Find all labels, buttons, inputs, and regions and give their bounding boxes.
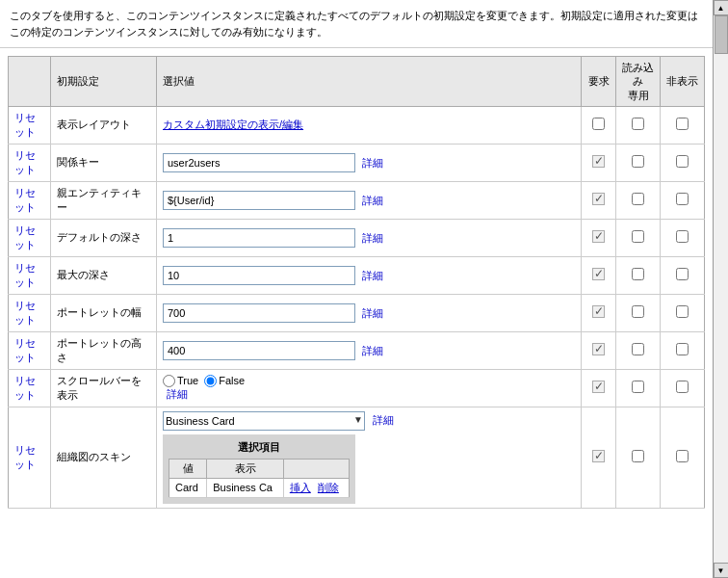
setting-cell: デフォルトの深さ (51, 219, 157, 256)
reset-link[interactable]: リセット (14, 262, 36, 288)
setting-label: 最大の深さ (57, 269, 110, 280)
reset-link[interactable]: リセット (14, 375, 36, 401)
reset-cell: リセット (9, 331, 51, 369)
readonly-checkbox[interactable] (632, 155, 644, 168)
setting-cell: ポートレットの幅 (51, 294, 157, 331)
readonly-checkbox[interactable] (632, 268, 644, 280)
setting-label: 表示レイアウト (57, 118, 131, 130)
value-input[interactable] (163, 303, 355, 323)
choices-title: 選択項目 (169, 440, 350, 455)
radio-true-label[interactable]: True (163, 375, 198, 387)
readonly-checkbox[interactable] (632, 305, 644, 318)
radio-true-text: True (177, 375, 198, 386)
readonly-checkbox[interactable] (632, 343, 644, 355)
readonly-cell (616, 369, 661, 407)
setting-label: ポートレットの幅 (57, 306, 142, 318)
th-hidden: 非表示 (661, 57, 705, 107)
readonly-checkbox[interactable] (632, 450, 644, 462)
detail-link[interactable]: 詳細 (362, 232, 383, 244)
hidden-cell (661, 256, 705, 294)
radio-true[interactable] (163, 375, 175, 387)
setting-cell: スクロールバーを表示 (51, 369, 157, 407)
hidden-checkbox[interactable] (676, 268, 689, 280)
dropdown-container: Business Card ▼ (163, 411, 365, 431)
readonly-cell (616, 144, 661, 181)
reset-link[interactable]: リセット (14, 149, 36, 175)
hidden-checkbox[interactable] (676, 155, 689, 168)
value-input[interactable] (163, 153, 355, 172)
reset-link[interactable]: リセット (14, 187, 36, 213)
hidden-checkbox[interactable] (676, 230, 689, 243)
detail-link[interactable]: 詳細 (362, 270, 383, 281)
scrollbar-right: ▲ ▼ (713, 0, 728, 578)
table-row: リセット ポートレットの幅 詳細 (9, 294, 705, 331)
setting-cell: 表示レイアウト (51, 106, 157, 144)
table-row: リセット 関係キー 詳細 (9, 144, 705, 181)
insert-link[interactable]: 挿入 (290, 482, 311, 493)
radio-false-label[interactable]: False (204, 375, 245, 387)
readonly-cell (616, 294, 661, 331)
choices-th-display: 表示 (207, 459, 284, 478)
main-content: このタブを使用すると、このコンテンツインスタンスに定義されたすべてのデフォルトの… (0, 0, 713, 578)
value-cell: 詳細 (157, 219, 582, 256)
readonly-checkbox[interactable] (632, 381, 644, 393)
detail-link[interactable]: 詳細 (362, 307, 383, 319)
readonly-checkbox[interactable] (632, 118, 644, 130)
detail-link[interactable]: 詳細 (362, 195, 383, 206)
detail-link[interactable]: 詳細 (362, 345, 383, 356)
required-checkbox[interactable] (592, 118, 605, 130)
value-cell: 詳細 (157, 294, 582, 331)
setting-cell: 親エンティティキー (51, 181, 157, 219)
detail-link[interactable]: 詳細 (362, 157, 383, 169)
required-readonly-check (592, 268, 605, 280)
required-cell (582, 181, 616, 219)
detail-link[interactable]: 詳細 (167, 388, 188, 400)
readonly-checkbox[interactable] (632, 230, 644, 243)
required-cell (582, 219, 616, 256)
reset-link[interactable]: リセット (14, 112, 36, 138)
reset-link[interactable]: リセット (14, 337, 36, 363)
value-input[interactable] (163, 228, 355, 248)
setting-label: 関係キー (57, 156, 99, 168)
choices-th-value: 値 (169, 459, 207, 478)
table-row: リセット スクロールバーを表示 True (9, 369, 705, 407)
readonly-checkbox[interactable] (632, 193, 644, 205)
value-input[interactable] (163, 266, 355, 285)
reset-link[interactable]: リセット (14, 444, 36, 470)
delete-link[interactable]: 削除 (318, 482, 339, 493)
skin-select[interactable]: Business Card (163, 411, 365, 431)
hidden-checkbox[interactable] (676, 343, 689, 355)
setting-label: デフォルトの深さ (57, 231, 142, 243)
hidden-checkbox[interactable] (676, 118, 689, 130)
reset-cell: リセット (9, 219, 51, 256)
settings-table: 初期設定 選択値 要求 読み込み専用 非表示 リセット 表示レイアウト (8, 56, 705, 509)
choices-display-cell: Business Ca (207, 478, 284, 497)
hidden-checkbox[interactable] (676, 450, 689, 462)
custom-layout-link[interactable]: カスタム初期設定の表示/編集 (163, 118, 303, 130)
choices-subtable: 選択項目 値 表示 (163, 434, 355, 504)
radio-false[interactable] (204, 375, 217, 387)
hidden-checkbox[interactable] (676, 305, 689, 318)
scrollbar-thumb[interactable] (715, 15, 728, 54)
reset-cell: リセット (9, 294, 51, 331)
value-input[interactable] (163, 341, 355, 360)
detail-link[interactable]: 詳細 (373, 413, 394, 428)
table-row: リセット 親エンティティキー 詳細 (9, 181, 705, 219)
reset-link[interactable]: リセット (14, 300, 36, 326)
hidden-cell (661, 331, 705, 369)
required-cell (582, 294, 616, 331)
required-readonly-check (592, 450, 605, 462)
required-cell (582, 144, 616, 181)
table-header-row: 初期設定 選択値 要求 読み込み専用 非表示 (9, 57, 705, 107)
value-cell: カスタム初期設定の表示/編集 (157, 106, 582, 144)
th-required: 要求 (582, 57, 616, 107)
hidden-checkbox[interactable] (676, 381, 689, 393)
th-reset (9, 57, 51, 107)
th-setting: 初期設定 (51, 57, 157, 107)
scroll-down-button[interactable]: ▼ (714, 563, 729, 578)
value-input[interactable] (163, 191, 355, 210)
scroll-up-button[interactable]: ▲ (714, 0, 729, 15)
reset-link[interactable]: リセット (14, 224, 36, 250)
hidden-checkbox[interactable] (676, 193, 689, 205)
value-cell: 詳細 (157, 181, 582, 219)
